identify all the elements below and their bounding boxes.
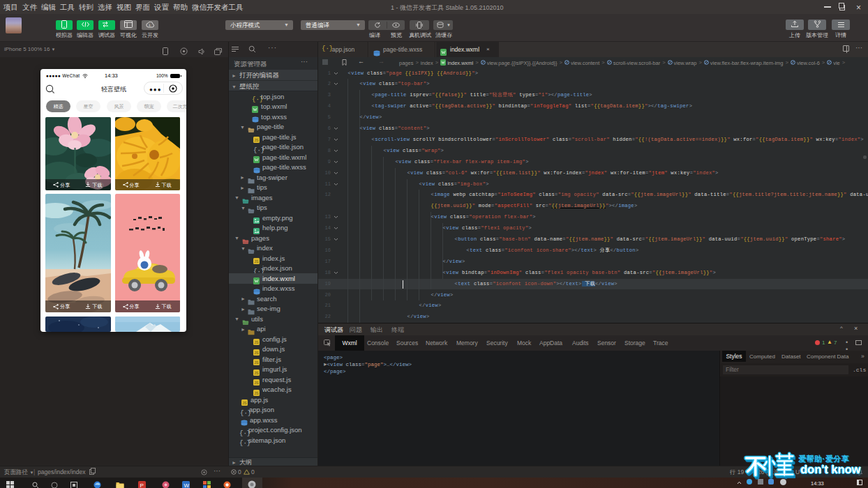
svg-text:JS: JS <box>254 371 259 375</box>
svg-text:λ: λ <box>149 23 151 27</box>
svg-text:W: W <box>184 482 190 488</box>
svg-text:JS: JS <box>254 381 259 385</box>
svg-text:JS: JS <box>254 351 259 355</box>
svg-text:JS: JS <box>254 391 259 395</box>
svg-text:JS: JS <box>242 401 247 405</box>
svg-text:JS: JS <box>254 138 259 142</box>
svg-text:JS: JS <box>254 360 259 365</box>
svg-text:JS: JS <box>254 340 259 344</box>
svg-text:JS: JS <box>254 259 259 264</box>
svg-text:P: P <box>140 482 144 488</box>
